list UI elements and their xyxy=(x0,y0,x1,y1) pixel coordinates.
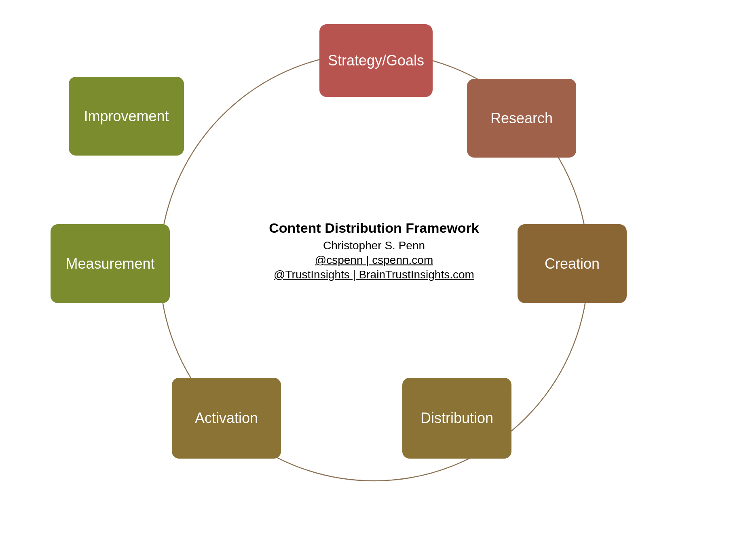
activation-node: Activation xyxy=(172,378,281,459)
strategy-label: Strategy/Goals xyxy=(328,52,424,69)
research-node: Research xyxy=(467,79,576,158)
creation-node: Creation xyxy=(518,224,627,303)
research-label: Research xyxy=(490,110,553,127)
subtitle3: @TrustInsights | BrainTrustInsights.com xyxy=(269,268,479,281)
subtitle2: @cspenn | cspenn.com xyxy=(269,254,479,267)
creation-label: Creation xyxy=(545,255,600,272)
measurement-label: Measurement xyxy=(66,255,154,272)
distribution-label: Distribution xyxy=(420,410,493,427)
measurement-node: Measurement xyxy=(51,224,170,303)
improvement-node: Improvement xyxy=(69,77,184,156)
activation-label: Activation xyxy=(195,410,258,427)
subtitle1: Christopher S. Penn xyxy=(269,239,479,252)
distribution-node: Distribution xyxy=(402,378,511,459)
diagram-title: Content Distribution Framework xyxy=(269,220,479,236)
strategy-node: Strategy/Goals xyxy=(319,24,433,97)
diagram-container: Strategy/Goals Research Creation Distrib… xyxy=(0,0,748,560)
improvement-label: Improvement xyxy=(84,108,169,125)
center-text: Content Distribution Framework Christoph… xyxy=(269,220,479,281)
